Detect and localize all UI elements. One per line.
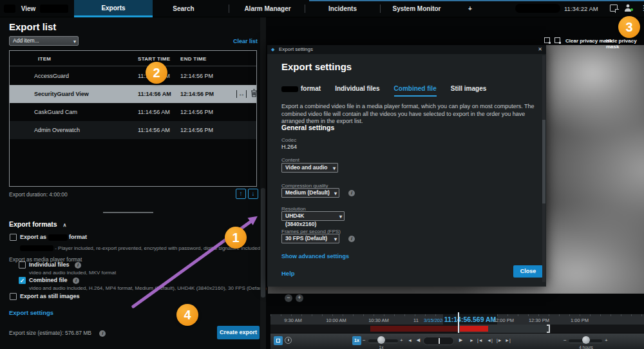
- selection-mode-button[interactable]: [274, 336, 283, 345]
- dialog-scrollbar[interactable]: [542, 55, 545, 282]
- selection-end-bracket[interactable]: [547, 325, 550, 333]
- tab-system-monitor[interactable]: System Monitor: [381, 0, 452, 17]
- window-top-edge: [309, 0, 644, 1]
- shuttle-slider[interactable]: [423, 337, 454, 345]
- speed-minus-icon[interactable]: −: [363, 337, 366, 343]
- tab-search[interactable]: Search: [155, 0, 213, 17]
- show-advanced-settings-link[interactable]: Show advanced settings: [281, 253, 349, 259]
- dialog-titlebar[interactable]: ◆ Export settings ✕: [267, 45, 546, 54]
- speed-slider-knob[interactable]: [377, 336, 385, 344]
- tab-alarm-manager[interactable]: Alarm Manager: [231, 0, 305, 17]
- fps-dropdown[interactable]: 30 FPS (Default) ▾: [281, 234, 339, 243]
- last-sequence-button[interactable]: ►|: [505, 338, 511, 343]
- timeline-control-bar: 1x − + 1x ◄ ◄ ► ► |◄ ◄| |► ►| − + 4 hour…: [270, 333, 644, 349]
- help-link[interactable]: Help: [281, 270, 295, 277]
- export-formats-label: Export formats: [9, 220, 57, 228]
- redacted-tab: [40, 5, 68, 13]
- panel-scrollbar[interactable]: [260, 17, 266, 349]
- play-forward-button[interactable]: ►: [458, 337, 464, 343]
- edit-interval-icon[interactable]: ↔: [236, 90, 247, 98]
- content-dropdown[interactable]: Video and audio ▾: [281, 163, 338, 173]
- table-row[interactable]: Admin Overwatch 11:14:56 AM 12:14:56 PM: [10, 121, 256, 139]
- time-label: 12:00 PM: [493, 317, 514, 323]
- scrollbar-thumb[interactable]: [542, 120, 545, 203]
- top-tab-bar: View Exports Search Alarm Manager Incide…: [0, 0, 644, 17]
- info-icon[interactable]: i: [348, 190, 355, 196]
- tab-exports[interactable]: Exports: [74, 0, 153, 17]
- chevron-down-icon: ▾: [333, 164, 336, 173]
- plus-icon: +: [468, 5, 472, 12]
- tab-system-monitor-label: System Monitor: [392, 5, 440, 12]
- zoom-out-button[interactable]: −: [285, 294, 292, 302]
- next-image-button[interactable]: ►: [469, 338, 474, 343]
- panel-resize-handle[interactable]: [103, 212, 153, 213]
- scrollbar-thumb[interactable]: [261, 188, 265, 297]
- export-as-format-checkbox[interactable]: [10, 234, 17, 241]
- time-label: 1:00 PM: [571, 317, 589, 323]
- row-start-time: 11:14:56 AM: [138, 91, 171, 97]
- close-icon[interactable]: ✕: [538, 46, 542, 52]
- timeline-time-ruler[interactable]: 9:30 AM 10:00 AM 10:30 AM 11 3/15/2024 1…: [270, 314, 644, 325]
- range-plus-icon[interactable]: +: [605, 337, 608, 343]
- close-button[interactable]: Close: [513, 265, 543, 278]
- tab-separator: [229, 5, 229, 13]
- screen-icon[interactable]: [610, 5, 618, 12]
- info-icon[interactable]: i: [99, 330, 106, 337]
- next-sequence-button[interactable]: |►: [497, 338, 502, 343]
- resolution-value: UHD4K (3840x2160): [285, 212, 316, 227]
- dialog-tab-still-images[interactable]: Still images: [451, 85, 487, 97]
- trash-icon[interactable]: [249, 89, 259, 99]
- recording-segment-dark: [370, 326, 459, 332]
- tab-incidents[interactable]: Incidents: [307, 0, 379, 17]
- table-row[interactable]: CaskGuard Cam 11:14:56 AM 12:14:56 PM: [10, 103, 256, 121]
- dialog-tab-format[interactable]: format: [281, 85, 321, 97]
- timeline-track[interactable]: [270, 325, 644, 333]
- info-icon[interactable]: i: [73, 278, 79, 284]
- table-row[interactable]: AccessGuard 11:14:56 AM 12:14:56 PM: [10, 67, 256, 85]
- privacy-mask-rect-icon[interactable]: [554, 37, 560, 43]
- timeline-playhead[interactable]: [458, 312, 459, 333]
- export-formats-header[interactable]: Export formats ∧: [9, 220, 66, 228]
- first-sequence-button[interactable]: |◄: [477, 338, 483, 343]
- time-range-label: 4 hours: [579, 345, 593, 349]
- speed-plus-icon[interactable]: +: [400, 337, 403, 343]
- user-profile-icon[interactable]: [624, 3, 633, 14]
- playback-speed-button[interactable]: 1x: [352, 336, 361, 345]
- resolution-dropdown[interactable]: UHD4K (3840x2160) ▾: [281, 211, 345, 221]
- table-row-selected[interactable]: SecurityGuard View 11:14:56 AM 12:14:56 …: [10, 85, 256, 103]
- clock-icon[interactable]: [285, 337, 292, 344]
- menu-dots-icon[interactable]: ⋮: [640, 4, 644, 12]
- collapse-icon: ∧: [63, 222, 67, 228]
- individual-files-checkbox[interactable]: [19, 261, 26, 269]
- play-backward-button[interactable]: ◄: [415, 337, 421, 343]
- info-icon[interactable]: i: [348, 236, 355, 242]
- move-up-button[interactable]: ↑: [236, 189, 246, 199]
- previous-image-button[interactable]: ◄: [408, 338, 412, 343]
- dialog-tab-individual-files[interactable]: Individual files: [335, 85, 379, 97]
- range-minus-icon[interactable]: −: [564, 337, 567, 343]
- redacted-format-name: [20, 245, 53, 251]
- combined-file-text: Combined file: [29, 277, 68, 283]
- clear-privacy-mask-button[interactable]: Clear privacy mask: [565, 38, 612, 44]
- hide-privacy-mask-button[interactable]: Hide privacy mask: [606, 38, 644, 50]
- time-range-slider-knob[interactable]: [582, 336, 590, 344]
- add-item-placeholder: Add item...: [13, 37, 39, 44]
- dialog-tab-combined-file[interactable]: Combined file: [394, 85, 437, 97]
- move-down-button[interactable]: ↓: [248, 189, 258, 199]
- add-item-dropdown[interactable]: Add item... ▾: [9, 36, 79, 46]
- privacy-mask-draw-icon[interactable]: [544, 37, 550, 43]
- combined-file-checkbox[interactable]: ✓: [19, 277, 26, 284]
- row-item-name: SecurityGuard View: [34, 91, 89, 97]
- export-settings-link[interactable]: Export settings: [9, 309, 53, 316]
- tab-add-new[interactable]: +: [459, 0, 482, 17]
- create-export-button[interactable]: Create export: [217, 326, 260, 339]
- dialog-title: Export settings: [279, 46, 313, 52]
- zoom-in-button[interactable]: +: [296, 294, 303, 302]
- compression-dropdown[interactable]: Medium (Default) ▾: [281, 188, 339, 198]
- previous-sequence-button[interactable]: ◄|: [487, 338, 493, 343]
- still-images-checkbox[interactable]: [10, 293, 17, 300]
- clear-list-link[interactable]: Clear list: [213, 38, 258, 44]
- fps-value: 30 FPS (Default): [285, 235, 327, 241]
- app-logo-icon: ◆: [271, 47, 274, 52]
- info-icon[interactable]: i: [75, 262, 81, 269]
